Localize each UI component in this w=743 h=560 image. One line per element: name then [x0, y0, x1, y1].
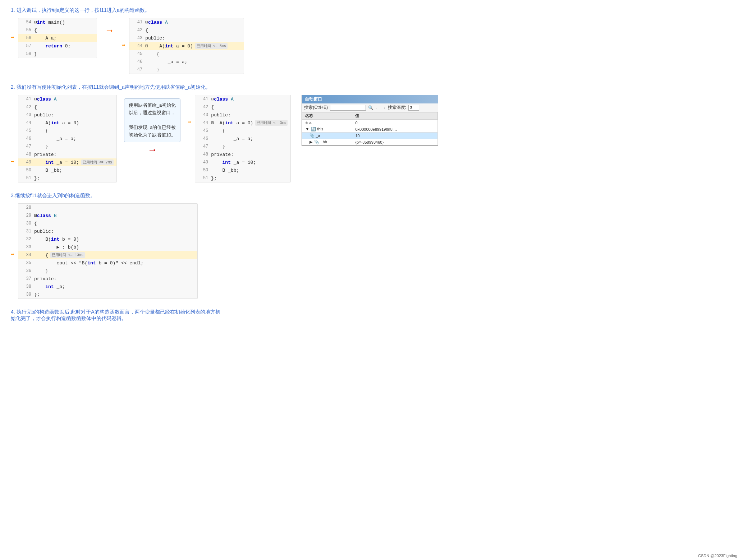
code-line: 42 {	[18, 103, 116, 111]
search-depth-input[interactable]	[408, 105, 419, 111]
code-line: 35 cout << "B(int b = 0)" << endl;	[18, 259, 197, 267]
arrow-right-1: ⟶	[104, 26, 115, 36]
code-line: 55 {	[18, 26, 97, 34]
code-line: 43 public:	[129, 34, 244, 42]
code-line: 41 ⊟class A	[195, 95, 290, 103]
section-4-title: 4. 执行完b的构造函数以后,此时对于A的构造函数而言，两个变量都已经在初始化列…	[11, 309, 732, 322]
bookmark-icon: 📎	[314, 140, 319, 144]
arrow-left-icon[interactable]: ←	[376, 106, 380, 110]
section2-right-code: 41 ⊟class A 42 { 43 public: 44 ⊟ A(int a…	[195, 95, 291, 182]
code-line: 47 }	[18, 143, 116, 151]
search-input[interactable]	[330, 105, 366, 111]
section-4: 4. 执行完b的构造函数以后,此时对于A的构造函数而言，两个变量都已经在初始化列…	[11, 309, 732, 322]
code-line-highlighted: 44 ⊟ A(int a = 0) 已用时间 <= 5ms	[129, 42, 244, 50]
section1-left-marker: ➡	[11, 18, 18, 41]
var-icon: ◈	[305, 120, 308, 125]
code-line: 48 private:	[18, 151, 116, 158]
code-line: 37 private:	[18, 275, 197, 283]
code-line: 39 };	[18, 291, 197, 298]
code-line: 44 ⊟ A(int a = 0) 已用时间 <= 3ms	[195, 119, 290, 127]
section-3: 3.继续按f11就会进入到b的构造函数。 ➡ 28 29 ⊟class B 30…	[11, 193, 732, 299]
auto-window: 自动窗口 搜索(Ctrl+E) 🔍 ← → 搜索深度: 名称 值	[302, 95, 438, 146]
table-row-selected: 📎 _a 10	[302, 133, 438, 139]
code-line: 46 _a = a;	[18, 135, 116, 143]
code-line: 42 {	[129, 26, 244, 34]
code-line: 45 {	[195, 127, 290, 135]
code-line-highlighted: 34 { 已用时间 <= 13ms	[18, 251, 197, 259]
section-1-title: 1. 进入调试，执行到a定义的这一行，按f11进入a的构造函数。	[11, 7, 732, 14]
section2-left-marker: ➡	[11, 95, 18, 165]
code-line: 38 int _b;	[18, 283, 197, 291]
code-line: 30 {	[18, 219, 197, 227]
code-line: 36 }	[18, 267, 197, 275]
section1-left-code: 54 ⊟int main() 55 { 56 A a; 57 return 0;	[18, 18, 97, 58]
section1-right-code: 41 ⊟class A 42 { 43 public: 44 ⊟ A(int a…	[129, 18, 244, 74]
code-line: 44 A(int a = 0)	[18, 119, 116, 127]
section-1-content: ➡ 54 ⊟int main() 55 { 56 A a; 57 re	[11, 18, 732, 74]
section3-code-wrap: ➡ 28 29 ⊟class B 30 { 31 public:	[11, 203, 198, 299]
auto-window-title: 自动窗口	[302, 95, 438, 103]
code-line: 28	[18, 204, 197, 212]
section2-right-code-wrap: ➡ 41 ⊟class A 42 { 43 public: 44 ⊟ A(int…	[188, 95, 291, 182]
code-line: 43 public:	[195, 111, 290, 119]
expand-icon[interactable]: ▶	[309, 140, 312, 144]
code-line: 50 B _bb;	[195, 166, 290, 174]
section1-right-marker: ➡	[122, 18, 129, 49]
code-line: 32 B(int b = 0)	[18, 235, 197, 243]
code-line: 45 {	[18, 127, 116, 135]
code-line: 46 _a = a;	[129, 58, 244, 66]
bookmark-icon: 📎	[309, 133, 315, 138]
search-icon[interactable]: 🔍	[368, 105, 373, 110]
code-line: 47 }	[129, 66, 244, 74]
code-line: 41 ⊟class A	[129, 18, 244, 26]
code-line: 41 ⊟class A	[18, 95, 116, 103]
code-line: 48 private:	[195, 151, 290, 158]
code-line: 51 };	[18, 174, 116, 182]
col-name: 名称	[302, 112, 352, 120]
section2-right-marker: ➡	[188, 95, 195, 126]
code-line: 50 B _bb;	[18, 166, 116, 174]
code-line: 33 ▶ :_b(b)	[18, 243, 197, 251]
section-2-title: 2. 我们没有写使用初始化列表，在按f11就会调到_a声明的地方先使用缺省值给_…	[11, 84, 732, 91]
section-1: 1. 进入调试，执行到a定义的这一行，按f11进入a的构造函数。 ➡ 54 ⊟i…	[11, 7, 732, 74]
section-3-content: ➡ 28 29 ⊟class B 30 { 31 public:	[11, 203, 732, 299]
code-line: 31 public:	[18, 227, 197, 235]
code-line: 29 ⊟class B	[18, 212, 197, 219]
annotation-text: 使用缺省值给_a初始化以后，通过监视窗口，我们发现_a的值已经被初始化为了缺省值…	[124, 98, 180, 142]
code-line: 51 };	[195, 174, 290, 182]
code-line: 58 }	[18, 50, 97, 58]
code-line: 46 _a = a;	[195, 135, 290, 143]
section-2: 2. 我们没有写使用初始化列表，在按f11就会调到_a声明的地方先使用缺省值给_…	[11, 84, 732, 182]
table-row: ▼ 🔄 this 0x000000e89919f9f8 ...	[302, 126, 438, 133]
section3-marker: ➡	[11, 203, 18, 258]
section2-left-code: 41 ⊟class A 42 { 43 public: 44 A(int a =…	[18, 95, 117, 182]
search-depth-label: 搜索深度:	[388, 105, 406, 111]
table-row: ◈ a 0	[302, 120, 438, 126]
arrow-down: ⟶	[150, 145, 155, 155]
code-line: 42 {	[195, 103, 290, 111]
code-line: 49 int _a = 10;	[195, 158, 290, 166]
obj-icon: 🔄	[311, 127, 316, 131]
table-row: ▶ 📎 _bb {b=-858993460}	[302, 139, 438, 145]
section3-code: 28 29 ⊟class B 30 { 31 public: 32	[18, 203, 198, 299]
search-label: 搜索(Ctrl+E)	[304, 105, 328, 111]
code-line-highlighted: 49 int _a = 10; 已用时间 <= 7ms	[18, 158, 116, 166]
section-2-content: ➡ 41 ⊟class A 42 { 43 public: 44 A(int	[11, 95, 732, 182]
section-3-title: 3.继续按f11就会进入到b的构造函数。	[11, 193, 732, 199]
code-line: 57 return 0;	[18, 42, 97, 50]
code-line-highlighted: 56 A a;	[18, 34, 97, 42]
auto-table: 名称 值 ◈ a 0 ▼ 🔄 this 0x000000e89919f	[302, 112, 438, 145]
code-line: 43 public:	[18, 111, 116, 119]
auto-window-toolbar: 搜索(Ctrl+E) 🔍 ← → 搜索深度:	[302, 103, 438, 112]
section2-annotation: 使用缺省值给_a初始化以后，通过监视窗口，我们发现_a的值已经被初始化为了缺省值…	[124, 98, 180, 155]
expand-icon[interactable]: ▼	[305, 127, 309, 131]
code-line: 45 {	[129, 50, 244, 58]
code-line: 54 ⊟int main()	[18, 18, 97, 26]
col-value: 值	[352, 112, 438, 120]
arrow-right-icon[interactable]: →	[382, 106, 386, 110]
code-line: 47 }	[195, 143, 290, 151]
footer: CSDN @2023Fighting	[698, 554, 737, 558]
